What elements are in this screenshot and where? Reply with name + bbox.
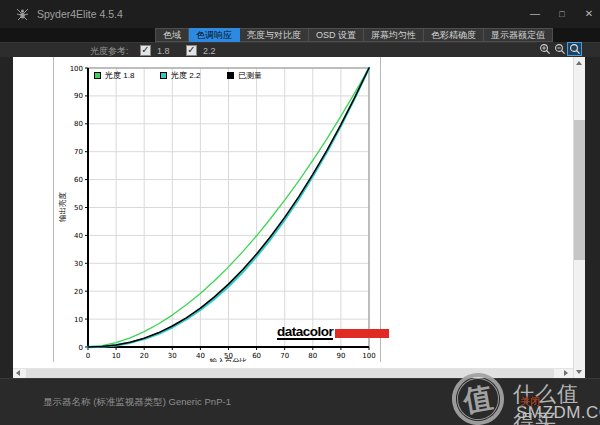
svg-text:10: 10 [74,316,83,324]
zoom-out-button[interactable] [552,42,567,56]
svg-text:90: 90 [74,92,83,100]
legend-label: 已测量 [238,70,262,81]
window-title: Spyder4Elite 4.5.4 [37,0,123,28]
svg-text:输出亮度: 输出亮度 [58,192,67,223]
smzdm-seal-character: 值 [461,382,495,416]
scroll-right-arrow-icon[interactable] [564,370,568,376]
tab-color-accuracy[interactable]: 色彩精确度 [424,28,484,42]
svg-text:60: 60 [74,176,83,184]
svg-text:40: 40 [196,352,205,360]
tab-strip: 色域 色调响应 亮度与对比度 OSD 设置 屏幕均匀性 色彩精确度 显示器额定值 [155,28,553,42]
svg-text:100: 100 [362,352,375,360]
gamma-18-checkbox[interactable]: ✓ [140,45,151,56]
svg-text:输入百分比: 输入百分比 [210,357,248,362]
svg-text:100: 100 [70,65,83,73]
svg-text:60: 60 [252,352,261,360]
zoom-fit-button[interactable] [567,42,582,56]
watermark-close-label[interactable]: 关闭 [520,395,540,409]
smzdm-seal-inner-ring: 值 [454,375,503,424]
close-button[interactable]: ✕ [579,0,599,28]
tab-gamut[interactable]: 色域 [155,28,189,42]
svg-text:10: 10 [112,352,121,360]
tab-screen-uniformity[interactable]: 屏幕均匀性 [364,28,424,42]
svg-text:80: 80 [308,352,317,360]
scroll-up-arrow-icon[interactable] [576,61,582,65]
scroll-down-arrow-icon[interactable] [576,370,582,374]
svg-text:50: 50 [74,204,83,212]
datacolor-logo-bar [335,329,389,338]
check-icon: ✓ [187,44,196,56]
legend-item-gamma-22: 光度 2.2 [160,70,200,81]
legend-item-measured: 已测量 [227,70,262,81]
gamma-22-label: 2.2 [203,46,216,56]
legend-swatch-green [94,72,101,79]
svg-text:70: 70 [280,352,289,360]
datacolor-logo: datacolor [277,325,389,340]
svg-text:30: 30 [168,352,177,360]
svg-text:70: 70 [74,148,83,156]
legend-label: 光度 2.2 [171,70,200,81]
spider-app-icon [16,7,29,21]
gamma-22-checkbox[interactable]: ✓ [186,45,197,56]
svg-text:90: 90 [336,352,345,360]
maximize-button[interactable]: □ [552,0,572,28]
check-icon: ✓ [141,44,150,56]
zoom-in-icon [539,43,551,55]
datacolor-logo-text: datacolor [277,325,333,340]
minimize-button[interactable]: — [525,0,545,28]
svg-text:0: 0 [79,344,83,352]
svg-text:30: 30 [74,260,83,268]
tab-brightness-contrast[interactable]: 亮度与对比度 [240,28,309,42]
window-titlebar: Spyder4Elite 4.5.4 — □ ✕ [0,0,600,28]
magnifier-icon [569,43,581,55]
legend-swatch-cyan [160,72,167,79]
tab-tone-response[interactable]: 色调响应 [189,28,240,42]
svg-text:20: 20 [74,288,83,296]
legend-label: 光度 1.8 [105,70,134,81]
tone-response-chart: 0102030405060708090100010203040506070809… [13,57,381,362]
vertical-scrollbar-thumb[interactable] [574,120,585,260]
svg-text:80: 80 [74,120,83,128]
svg-text:0: 0 [86,352,90,360]
tab-bar: 色域 色调响应 亮度与对比度 OSD 设置 屏幕均匀性 色彩精确度 显示器额定值 [0,28,600,42]
monitor-name-status: 显示器名称 (标准监视器类型) Generic PnP-1 [43,396,231,409]
legend-swatch-black [227,72,234,79]
tab-display-rating[interactable]: 显示器额定值 [484,28,553,42]
svg-text:40: 40 [74,232,83,240]
scroll-left-arrow-icon[interactable] [16,370,20,376]
zoom-out-icon [554,43,566,55]
zoom-in-button[interactable] [537,42,552,56]
tab-osd-settings[interactable]: OSD 设置 [309,28,364,42]
app-window: Spyder4Elite 4.5.4 — □ ✕ 色域 色调响应 亮度与对比度 … [0,0,600,425]
legend-item-gamma-18: 光度 1.8 [94,70,134,81]
svg-text:20: 20 [140,352,149,360]
gamma-18-label: 1.8 [157,46,170,56]
